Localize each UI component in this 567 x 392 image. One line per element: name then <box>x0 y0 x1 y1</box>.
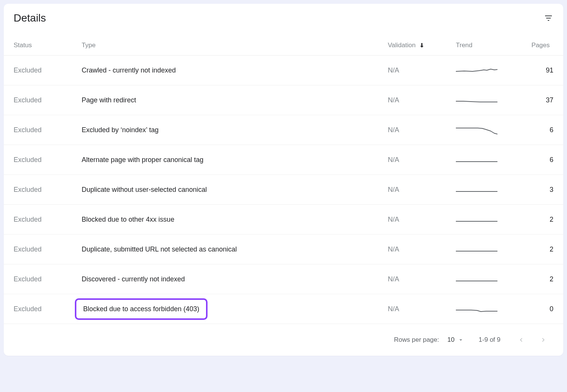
rows-per-page-value: 10 <box>447 336 454 344</box>
pagination-nav <box>515 334 550 346</box>
cell-validation: N/A <box>378 294 446 324</box>
cell-trend <box>446 115 522 145</box>
cell-status: Excluded <box>4 145 72 175</box>
table-row[interactable]: ExcludedExcluded by ‘noindex’ tagN/A6 <box>4 115 563 145</box>
cell-trend <box>446 235 522 264</box>
cell-trend <box>446 264 522 294</box>
cell-pages: 6 <box>522 115 563 145</box>
cell-status: Excluded <box>4 294 72 324</box>
cell-type: Page with redirect <box>72 85 378 115</box>
table-row[interactable]: ExcludedDiscovered - currently not index… <box>4 264 563 294</box>
column-header-validation-label: Validation <box>388 42 415 49</box>
cell-trend <box>446 294 522 324</box>
cell-trend <box>446 85 522 115</box>
filter-icon[interactable] <box>544 13 553 23</box>
cell-type: Excluded by ‘noindex’ tag <box>72 115 378 145</box>
cell-validation: N/A <box>378 56 446 85</box>
sparkline <box>456 184 497 195</box>
cell-pages: 2 <box>522 205 563 235</box>
cell-status: Excluded <box>4 115 72 145</box>
table-row[interactable]: ExcludedPage with redirectN/A37 <box>4 85 563 115</box>
cell-pages: 2 <box>522 264 563 294</box>
pagination-bar: Rows per page: 10 1-9 of 9 <box>4 324 563 348</box>
cell-validation: N/A <box>378 145 446 175</box>
cell-status: Excluded <box>4 205 72 235</box>
cell-trend <box>446 205 522 235</box>
rows-per-page-label: Rows per page: <box>394 336 439 344</box>
cell-status: Excluded <box>4 85 72 115</box>
sparkline <box>456 94 497 106</box>
details-card: Details Status Type Validation Trend Pag… <box>4 4 563 356</box>
cell-status: Excluded <box>4 175 72 205</box>
cell-pages: 0 <box>522 294 563 324</box>
cell-validation: N/A <box>378 85 446 115</box>
rows-per-page-select[interactable]: 10 <box>447 336 464 344</box>
column-header-pages[interactable]: Pages <box>522 35 563 56</box>
sparkline <box>456 154 497 165</box>
sparkline <box>456 124 497 136</box>
cell-type: Blocked due to other 4xx issue <box>72 205 378 235</box>
table-header-row: Status Type Validation Trend Pages <box>4 35 563 56</box>
cell-status: Excluded <box>4 56 72 85</box>
cell-status: Excluded <box>4 235 72 264</box>
sort-descending-icon <box>418 42 425 49</box>
cell-type: Discovered - currently not indexed <box>72 264 378 294</box>
cell-status: Excluded <box>4 264 72 294</box>
previous-page-button[interactable] <box>515 334 527 346</box>
cell-pages: 3 <box>522 175 563 205</box>
column-header-type[interactable]: Type <box>72 35 378 56</box>
cell-type: Duplicate, submitted URL not selected as… <box>72 235 378 264</box>
sparkline <box>456 273 497 285</box>
sparkline <box>456 65 497 76</box>
cell-type: Alternate page with proper canonical tag <box>72 145 378 175</box>
table-row[interactable]: ExcludedAlternate page with proper canon… <box>4 145 563 175</box>
cell-type: Crawled - currently not indexed <box>72 56 378 85</box>
cell-validation: N/A <box>378 175 446 205</box>
cell-validation: N/A <box>378 115 446 145</box>
cell-validation: N/A <box>378 264 446 294</box>
rows-per-page: Rows per page: 10 <box>394 336 464 344</box>
column-header-status[interactable]: Status <box>4 35 72 56</box>
card-title: Details <box>14 12 46 24</box>
cell-validation: N/A <box>378 235 446 264</box>
chevron-down-icon <box>457 336 464 343</box>
cell-pages: 91 <box>522 56 563 85</box>
table-row[interactable]: ExcludedBlocked due to other 4xx issueN/… <box>4 205 563 235</box>
sparkline <box>456 214 497 225</box>
cell-trend <box>446 56 522 85</box>
table-row[interactable]: ExcludedBlocked due to access forbidden … <box>4 294 563 324</box>
cell-type: Duplicate without user-selected canonica… <box>72 175 378 205</box>
sparkline <box>456 244 497 255</box>
sparkline <box>456 303 497 315</box>
details-table: Status Type Validation Trend Pages Exclu… <box>4 35 563 324</box>
table-row[interactable]: ExcludedCrawled - currently not indexedN… <box>4 56 563 85</box>
cell-trend <box>446 145 522 175</box>
cell-pages: 2 <box>522 235 563 264</box>
cell-pages: 37 <box>522 85 563 115</box>
page-range: 1-9 of 9 <box>479 336 500 344</box>
highlight-box: Blocked due to access forbidden (403) <box>75 298 208 320</box>
chevron-left-icon <box>517 336 525 344</box>
chevron-right-icon <box>540 336 547 344</box>
cell-type: Blocked due to access forbidden (403) <box>72 294 378 324</box>
next-page-button[interactable] <box>538 334 550 346</box>
cell-validation: N/A <box>378 205 446 235</box>
table-row[interactable]: ExcludedDuplicate, submitted URL not sel… <box>4 235 563 264</box>
cell-trend <box>446 175 522 205</box>
column-header-trend[interactable]: Trend <box>446 35 522 56</box>
card-header: Details <box>4 12 563 35</box>
cell-pages: 6 <box>522 145 563 175</box>
table-row[interactable]: ExcludedDuplicate without user-selected … <box>4 175 563 205</box>
column-header-validation[interactable]: Validation <box>378 35 446 56</box>
